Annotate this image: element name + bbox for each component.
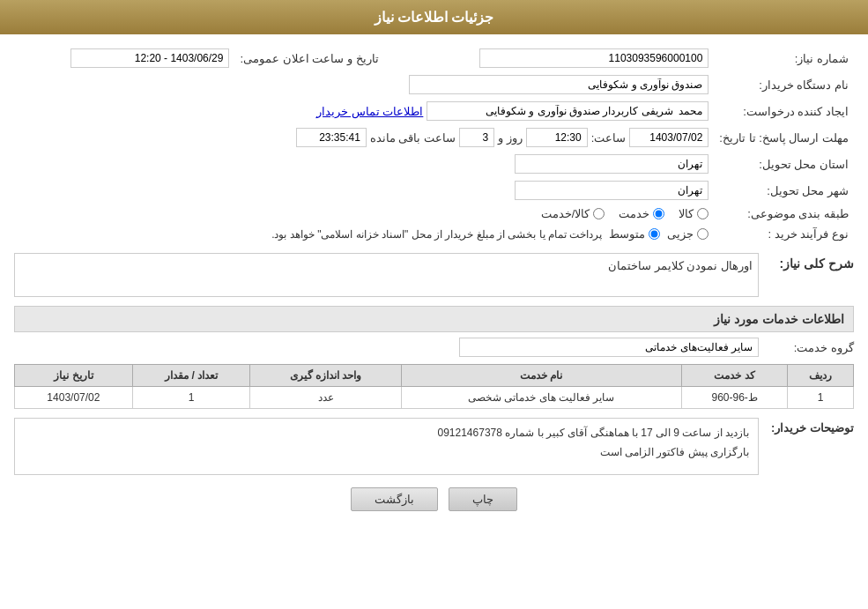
date-input[interactable] (629, 128, 708, 147)
ostan-label: استان محل تحویل: (714, 151, 854, 177)
col-radif: ردیف (788, 365, 854, 387)
cell-vahed: عدد (250, 387, 401, 409)
ijad-konande-input[interactable] (427, 101, 708, 121)
nam-dastgah-value (14, 71, 714, 98)
cell-tarikh: 1403/07/02 (15, 387, 133, 409)
gorooh-input[interactable] (459, 338, 759, 357)
shahr-label: شهر محل تحویل: (714, 177, 854, 204)
col-nam: نام خدمت (401, 365, 681, 387)
contact-link[interactable]: اطلاعات تماس خریدار (316, 105, 423, 118)
tarikh-elan-value (14, 45, 234, 71)
farayand-description: پرداخت تمام یا بخشی از مبلغ خریدار از مح… (271, 228, 602, 241)
gorooh-label: گروه خدمت: (766, 341, 854, 354)
back-button[interactable]: بازگشت (351, 487, 438, 511)
nam-dastgah-label: نام دستگاه خریدار: (714, 71, 854, 98)
tawzih-value: بازدید از ساعت 9 الی 17 با هماهنگی آقای … (14, 418, 759, 475)
shomare-niaz-input[interactable] (479, 48, 708, 68)
remaining-label: ساعت باقی مانده (370, 131, 456, 145)
tabaqe-kala[interactable]: کالا (679, 207, 708, 220)
ostan-input[interactable] (515, 154, 708, 174)
sharh-value: اورهال نمودن کلایمر ساختمان (14, 253, 759, 297)
tarikh-elan-input[interactable] (70, 48, 229, 68)
day-input[interactable] (459, 128, 494, 147)
time-label: ساعت: (591, 131, 627, 145)
print-button[interactable]: چاپ (449, 487, 517, 511)
page-title: جزئیات اطلاعات نیاز (0, 0, 868, 34)
nam-dastgah-input[interactable] (409, 75, 708, 94)
col-kod: کد خدمت (681, 365, 787, 387)
services-table: ردیف کد خدمت نام خدمت واحد اندازه گیری ت… (14, 364, 854, 409)
ijad-konande-value: اطلاعات تماس خریدار (14, 98, 714, 124)
cell-tedad: 1 (132, 387, 250, 409)
shomare-niaz-label: شماره نیاز: (714, 45, 854, 71)
tawzih-label: توضیحات خریدار: (766, 418, 854, 434)
footer-buttons: چاپ بازگشت (14, 487, 854, 511)
table-row: 1 ط-96-960 سایر فعالیت های خدماتی شخصی ع… (15, 387, 854, 409)
ijad-konande-label: ایجاد کننده درخواست: (714, 98, 854, 124)
time-input[interactable] (526, 128, 588, 147)
tarikh-elan-label: تاریخ و ساعت اعلان عمومی: (234, 45, 383, 71)
khadamat-header: اطلاعات خدمات مورد نیاز (14, 306, 854, 332)
col-vahed: واحد اندازه گیری (250, 365, 401, 387)
farayand-motawaset[interactable]: متوسط (609, 227, 660, 241)
mohlat-label: مهلت ارسال پاسخ: تا تاریخ: (714, 124, 854, 151)
cell-radif: 1 (788, 387, 854, 409)
shahr-input[interactable] (515, 181, 708, 200)
cell-kod: ط-96-960 (681, 387, 787, 409)
tabaqe-kala-khadamat[interactable]: کالا/خدمت (541, 207, 605, 220)
cell-nam: سایر فعالیت های خدماتی شخصی (401, 387, 681, 409)
col-tarikh: تاریخ نیاز (15, 365, 133, 387)
shomare-niaz-value (402, 45, 715, 71)
tabaqe-label: طبقه بندی موضوعی: (714, 204, 854, 224)
nooe-farayand-label: نوع فرآیند خرید : (714, 224, 854, 244)
sharh-label: شرح کلی نیاز: (766, 253, 854, 271)
col-tedad: تعداد / مقدار (132, 365, 250, 387)
day-label: روز و (498, 131, 523, 145)
farayand-jozi[interactable]: جزیی (667, 227, 708, 241)
remaining-input[interactable] (296, 128, 367, 147)
tabaqe-khadamat[interactable]: خدمت (619, 207, 664, 220)
